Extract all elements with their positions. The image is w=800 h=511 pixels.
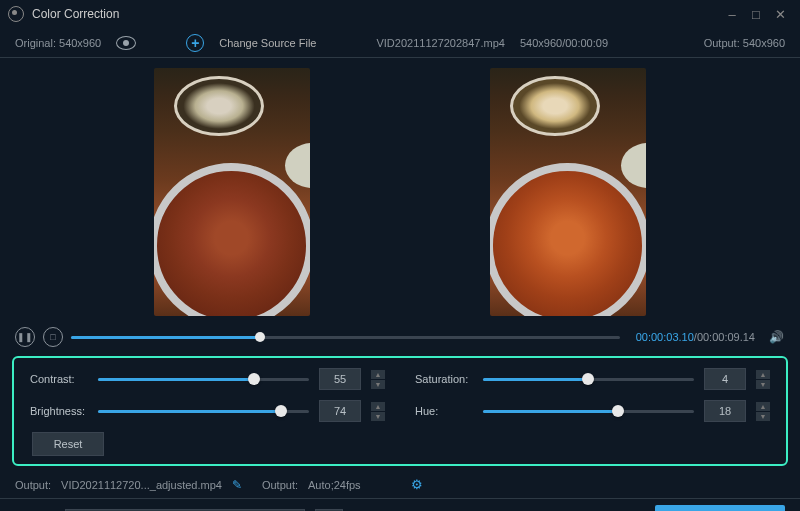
contrast-slider[interactable] — [98, 378, 309, 381]
source-fileinfo: 540x960/00:00:09 — [520, 37, 608, 49]
close-button[interactable]: ✕ — [768, 2, 792, 26]
brightness-step-up[interactable]: ▲ — [371, 402, 385, 411]
hue-step-down[interactable]: ▼ — [756, 412, 770, 421]
preview-area — [0, 58, 800, 323]
saturation-value[interactable]: 4 — [704, 368, 746, 390]
transport-bar: ❚❚ □ 00:00:03.10/00:00:09.14 🔊 — [0, 323, 800, 351]
hue-label: Hue: — [415, 405, 473, 417]
contrast-value[interactable]: 55 — [319, 368, 361, 390]
info-bar: Original: 540x960 + Change Source File V… — [0, 28, 800, 58]
window-title: Color Correction — [32, 7, 720, 21]
export-button[interactable]: Export — [655, 505, 785, 511]
total-time: 00:00:09.14 — [697, 331, 755, 343]
brightness-step-down[interactable]: ▼ — [371, 412, 385, 421]
color-controls-panel: Contrast: 55 ▲▼ Saturation: 4 ▲▼ Brightn… — [12, 356, 788, 466]
hue-value[interactable]: 18 — [704, 400, 746, 422]
volume-icon[interactable]: 🔊 — [769, 330, 785, 344]
original-preview — [154, 68, 310, 316]
saturation-step-up[interactable]: ▲ — [756, 370, 770, 379]
stop-button[interactable]: □ — [43, 327, 63, 347]
maximize-button[interactable]: □ — [744, 2, 768, 26]
saturation-label: Saturation: — [415, 373, 473, 385]
edit-filename-icon[interactable]: ✎ — [232, 478, 242, 492]
brightness-slider[interactable] — [98, 410, 309, 413]
output-dimensions: Output: 540x960 — [704, 37, 785, 49]
timeline-slider[interactable] — [71, 336, 620, 339]
titlebar: Color Correction – □ ✕ — [0, 0, 800, 28]
saturation-row: Saturation: 4 ▲▼ — [415, 368, 770, 390]
brightness-row: Brightness: 74 ▲▼ — [30, 400, 385, 422]
save-row: Save to: C:\Vidmore\Vidmore Vi...rter\Co… — [0, 499, 800, 511]
output-filename: VID2021112720..._adjusted.mp4 — [61, 479, 222, 491]
minimize-button[interactable]: – — [720, 2, 744, 26]
saturation-slider[interactable] — [483, 378, 694, 381]
adjusted-preview — [490, 68, 646, 316]
output-format: Auto;24fps — [308, 479, 361, 491]
contrast-row: Contrast: 55 ▲▼ — [30, 368, 385, 390]
output-info-row: Output: VID2021112720..._adjusted.mp4 ✎ … — [0, 471, 800, 499]
brightness-label: Brightness: — [30, 405, 88, 417]
output-format-label: Output: — [262, 479, 298, 491]
time-display: 00:00:03.10/00:00:09.14 — [636, 331, 755, 343]
pause-button[interactable]: ❚❚ — [15, 327, 35, 347]
saturation-step-down[interactable]: ▼ — [756, 380, 770, 389]
original-dimensions: Original: 540x960 — [15, 37, 101, 49]
settings-icon[interactable]: ⚙ — [411, 477, 423, 492]
output-file-label: Output: — [15, 479, 51, 491]
add-source-icon[interactable]: + — [186, 34, 204, 52]
app-icon — [8, 6, 24, 22]
contrast-label: Contrast: — [30, 373, 88, 385]
hue-row: Hue: 18 ▲▼ — [415, 400, 770, 422]
preview-toggle-icon[interactable] — [116, 36, 136, 50]
contrast-step-up[interactable]: ▲ — [371, 370, 385, 379]
current-time: 00:00:03.10 — [636, 331, 694, 343]
hue-step-up[interactable]: ▲ — [756, 402, 770, 411]
hue-slider[interactable] — [483, 410, 694, 413]
brightness-value[interactable]: 74 — [319, 400, 361, 422]
contrast-step-down[interactable]: ▼ — [371, 380, 385, 389]
change-source-button[interactable]: Change Source File — [219, 37, 316, 49]
source-filename: VID20211127202847.mp4 — [376, 37, 504, 49]
reset-button[interactable]: Reset — [32, 432, 104, 456]
